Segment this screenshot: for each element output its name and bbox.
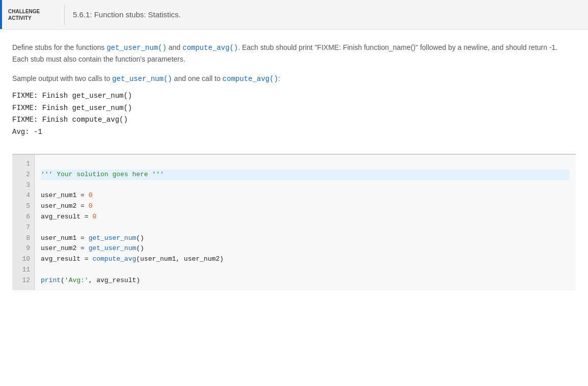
line-num-1: 1 [12,159,34,170]
sample-output-label: Sample output with two calls to get_user… [12,74,576,83]
code-line-11 [41,265,570,275]
desc-text1: Define stubs for the functions [12,43,106,51]
line-num-9: 9 [12,243,34,254]
sample-output-line-3: FIXME: Finish compute_avg() [12,114,576,126]
sample-output-line-2: FIXME: Finish get_user_num() [12,102,576,115]
line-num-10: 10 [12,254,34,265]
line-num-5: 5 [12,201,34,212]
sample-label-start: Sample output with two calls to [12,74,112,82]
challenge-label-line1: CHALLENGE [8,8,50,15]
header-bar: CHALLENGE ACTIVITY 5.6.1: Function stubs… [0,0,588,30]
desc-func1: get_user_num() [106,44,167,52]
sample-output-line-4: Avg: -1 [12,126,576,139]
line-num-7: 7 [12,223,34,233]
code-line-8: user_num1 = get_user_num() [41,233,570,244]
line-num-2: 2 [12,170,34,180]
code-line-9: user_num2 = get_user_num() [41,243,570,254]
line-numbers: 1 2 3 4 5 6 7 8 9 10 11 12 [12,155,35,290]
code-line-7 [41,223,570,233]
code-line-4: user_num1 = 0 [41,190,570,201]
challenge-label-line2: ACTIVITY [8,15,50,21]
description: Define stubs for the functions get_user_… [12,42,576,65]
code-line-6: avg_result = 0 [41,212,570,223]
code-line-1 [41,159,570,170]
challenge-activity-label: CHALLENGE ACTIVITY [0,0,56,29]
sample-label-end: : [278,74,280,82]
line-num-3: 3 [12,180,34,191]
sample-output-line-1: FIXME: Finish get_user_num() [12,90,576,102]
line-num-12: 12 [12,275,34,286]
line-num-4: 4 [12,190,34,201]
line-num-6: 6 [12,212,34,223]
sample-output-block: FIXME: Finish get_user_num() FIXME: Fini… [12,90,576,139]
code-line-12: print('Avg:', avg_result) [41,275,570,286]
desc-text2: and [167,43,182,51]
code-editor[interactable]: 1 2 3 4 5 6 7 8 9 10 11 12 ''' Your solu… [12,154,576,290]
code-line-2: ''' Your solution goes here ''' [41,170,570,180]
line-num-11: 11 [12,265,34,275]
code-line-3 [41,180,570,191]
sample-label-middle: and one call to [172,74,223,82]
desc-func2: compute_avg() [182,44,238,52]
code-line-10: avg_result = compute_avg(user_num1, user… [41,254,570,265]
sample-label-func2: compute_avg() [223,75,278,83]
header-divider [64,5,65,25]
code-line-5: user_num2 = 0 [41,201,570,212]
code-area[interactable]: ''' Your solution goes here ''' user_num… [35,155,576,290]
header-title: 5.6.1: Function stubs: Statistics. [73,10,181,19]
sample-label-func1: get_user_num() [112,75,172,83]
line-num-8: 8 [12,233,34,244]
main-content: Define stubs for the functions get_user_… [0,30,588,290]
